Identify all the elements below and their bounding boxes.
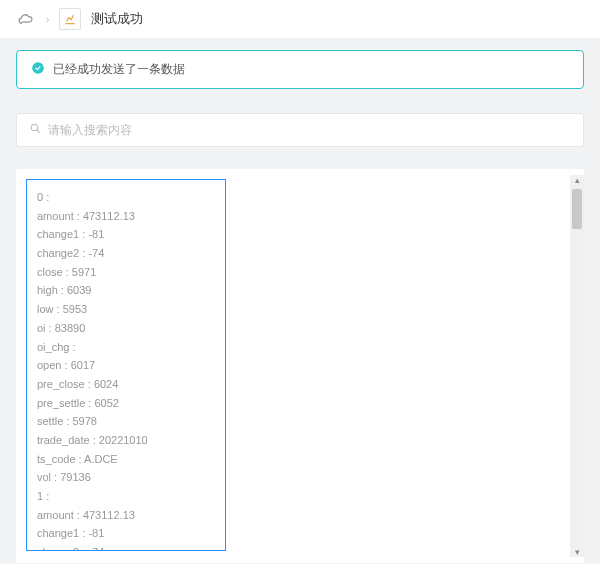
data-field: pre_close : 6024: [37, 375, 215, 394]
scrollbar[interactable]: ▴ ▾: [570, 175, 584, 557]
data-field: open : 6017: [37, 356, 215, 375]
data-field: low : 5953: [37, 300, 215, 319]
data-field: change2 : -74: [37, 244, 215, 263]
svg-point-0: [32, 62, 44, 74]
breadcrumb: › 测试成功: [0, 0, 600, 38]
data-field: amount : 473112.13: [37, 207, 215, 226]
data-field: ts_code : A.DCE: [37, 450, 215, 469]
search-input[interactable]: [48, 123, 571, 137]
data-field: amount : 473112.13: [37, 506, 215, 525]
record-index: 1 :: [37, 487, 215, 506]
cloud-icon[interactable]: [16, 10, 36, 29]
record-index: 0 :: [37, 188, 215, 207]
page-title: 测试成功: [91, 10, 143, 28]
chart-icon[interactable]: [59, 8, 81, 30]
scroll-thumb[interactable]: [572, 189, 582, 229]
data-field: oi_chg :: [37, 338, 215, 357]
data-field: trade_date : 20221010: [37, 431, 215, 450]
check-circle-icon: [31, 61, 45, 78]
chevron-right-icon: ›: [46, 14, 49, 25]
data-field: high : 6039: [37, 281, 215, 300]
data-field: oi : 83890: [37, 319, 215, 338]
scroll-up-icon[interactable]: ▴: [575, 175, 580, 185]
success-banner: 已经成功发送了一条数据: [16, 50, 584, 89]
svg-point-1: [31, 124, 38, 131]
scroll-down-icon[interactable]: ▾: [575, 547, 580, 557]
result-panel: 0 :amount : 473112.13change1 : -81change…: [16, 169, 584, 563]
success-message: 已经成功发送了一条数据: [53, 61, 185, 78]
data-field: change1 : -81: [37, 225, 215, 244]
data-field: pre_settle : 6052: [37, 394, 215, 413]
data-field: vol : 79136: [37, 468, 215, 487]
data-field: change1 : -81: [37, 524, 215, 543]
data-field: change2 : -74: [37, 543, 215, 551]
data-field: close : 5971: [37, 263, 215, 282]
search-bar[interactable]: [16, 113, 584, 147]
data-output-box[interactable]: 0 :amount : 473112.13change1 : -81change…: [26, 179, 226, 551]
search-icon: [29, 122, 42, 138]
data-field: settle : 5978: [37, 412, 215, 431]
